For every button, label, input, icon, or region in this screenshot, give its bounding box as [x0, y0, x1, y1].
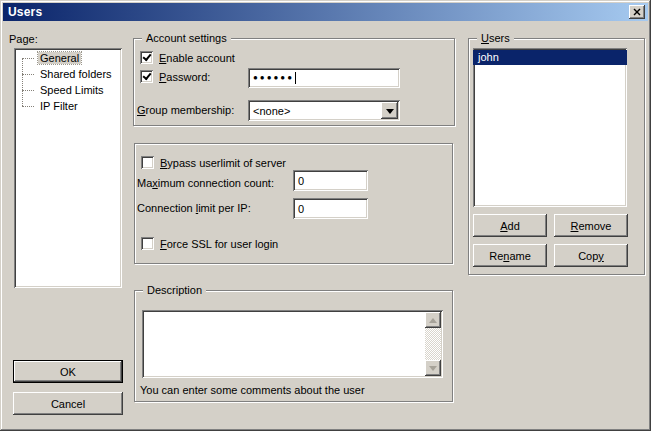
description-textarea[interactable]: [142, 310, 443, 378]
rename-button[interactable]: Rename: [473, 244, 547, 267]
bypass-userlimit-label[interactable]: Bypass userlimit of server: [160, 157, 286, 169]
description-hint: You can enter some comments about the us…: [140, 384, 365, 396]
close-button[interactable]: [629, 5, 645, 19]
connection-limit-ip-input[interactable]: 0: [293, 198, 368, 219]
list-item-john[interactable]: john: [473, 50, 627, 65]
password-input[interactable]: ●●●●●●: [248, 68, 400, 88]
users-group-title: Users: [477, 31, 514, 45]
scroll-up-button[interactable]: [425, 312, 441, 328]
cancel-button[interactable]: Cancel: [13, 392, 123, 415]
force-ssl-checkbox[interactable]: [141, 237, 154, 250]
account-settings-title: Account settings: [142, 31, 231, 45]
enable-account-checkbox[interactable]: [140, 51, 153, 64]
arrow-down-icon: [429, 366, 437, 375]
bypass-userlimit-checkbox[interactable]: [141, 156, 154, 169]
text-caret: [295, 72, 296, 84]
chevron-down-icon: [386, 109, 394, 118]
vertical-scrollbar: [425, 312, 441, 376]
password-label[interactable]: Password:: [159, 71, 210, 83]
page-tree[interactable]: General Shared folders Speed Limits IP F…: [14, 48, 122, 288]
tree-item-shared-folders[interactable]: Shared folders: [14, 66, 122, 82]
title-bar[interactable]: Users: [3, 3, 648, 21]
force-ssl-label[interactable]: Force SSL for user login: [160, 238, 278, 250]
ok-button[interactable]: OK: [13, 360, 123, 383]
enable-account-label[interactable]: Enable account: [159, 52, 235, 64]
password-checkbox[interactable]: [140, 70, 153, 83]
max-connection-input[interactable]: 0: [293, 170, 368, 191]
scrollbar-track: [425, 328, 441, 360]
connection-limit-ip-label: Connection limit per IP:: [137, 202, 251, 214]
window-title: Users: [3, 5, 42, 19]
arrow-up-icon: [429, 314, 437, 323]
group-membership-value: <none>: [253, 105, 290, 117]
scroll-down-button[interactable]: [425, 360, 441, 376]
tree-item-speed-limits[interactable]: Speed Limits: [14, 82, 122, 98]
group-membership-combobox[interactable]: <none>: [248, 100, 400, 121]
remove-button[interactable]: Remove: [554, 214, 628, 237]
users-dialog: Users Page: General Shared folders Speed…: [0, 0, 651, 431]
max-connection-label: Maximum connection count:: [137, 177, 274, 189]
copy-button[interactable]: Copy: [554, 244, 628, 267]
page-panel-label: Page:: [9, 33, 38, 45]
tree-item-general[interactable]: General: [14, 50, 122, 66]
password-masked-value: ●●●●●●: [253, 73, 294, 83]
users-listbox[interactable]: john: [473, 48, 627, 207]
combobox-dropdown-button[interactable]: [381, 102, 398, 119]
description-title: Description: [143, 283, 206, 297]
close-icon: [633, 6, 642, 18]
add-button[interactable]: Add: [473, 214, 547, 237]
tree-item-ip-filter[interactable]: IP Filter: [14, 98, 122, 114]
group-membership-label: Group membership:: [137, 104, 234, 116]
